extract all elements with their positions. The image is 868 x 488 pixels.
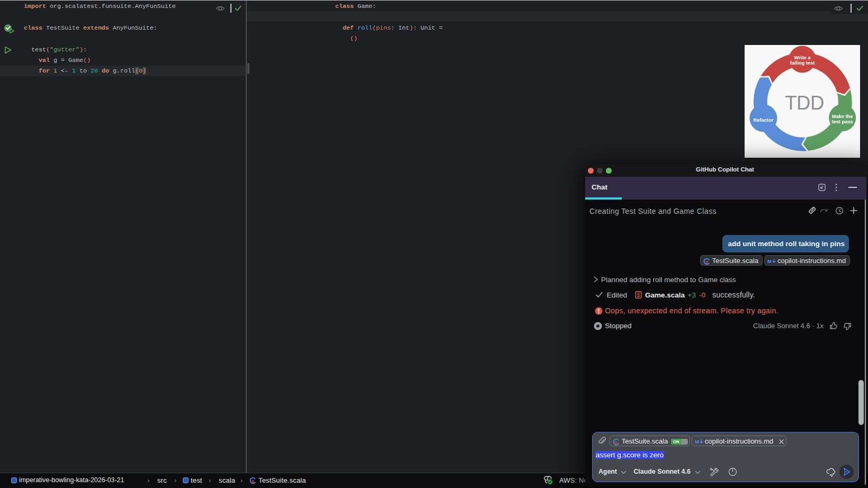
svg-text:Write a: Write a: [794, 55, 811, 60]
svg-text:failing test: failing test: [790, 60, 815, 66]
svg-text:Make the: Make the: [832, 114, 853, 119]
svg-text:M: M: [767, 258, 772, 264]
svg-text:TDD: TDD: [785, 92, 824, 114]
svg-text:test pass: test pass: [831, 119, 853, 124]
svg-text:Refactor: Refactor: [754, 118, 774, 123]
svg-text:M: M: [695, 439, 699, 445]
